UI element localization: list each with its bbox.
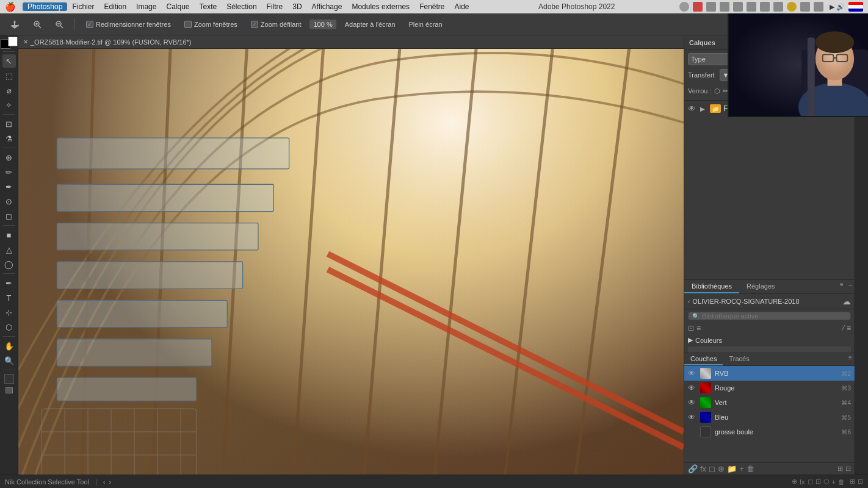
couche-item-bleu[interactable]: 👁 Bleu ⌘5 xyxy=(684,410,855,425)
canvas-container[interactable] xyxy=(18,49,684,475)
group-icon[interactable]: 📁 xyxy=(727,464,737,473)
zoom-percent-display[interactable]: 100 % xyxy=(309,20,336,29)
status-icon-3[interactable]: ◻ xyxy=(808,478,813,486)
zoom-in-btn[interactable] xyxy=(28,19,46,30)
history-tool[interactable]: ⊙ xyxy=(2,195,16,208)
color-chips[interactable] xyxy=(0,38,19,48)
status-nav-fwd[interactable]: › xyxy=(109,478,112,486)
path-tool[interactable]: ⊹ xyxy=(2,306,16,319)
tab-reglages[interactable]: Réglages xyxy=(739,280,782,293)
fx-icon[interactable]: fx xyxy=(700,464,706,473)
plein-ecran-btn[interactable]: Plein écran xyxy=(404,20,447,29)
lib-search-box[interactable]: 🔍 Bibliothèque active xyxy=(688,312,851,320)
screen-mode-1[interactable] xyxy=(5,387,13,393)
menu-filtre[interactable]: Filtre xyxy=(262,2,288,11)
document-tab[interactable]: ✕ _ORZ5818-Modifier-2.tif @ 109% (FUSION… xyxy=(18,35,684,49)
new-layer-mask-icon[interactable]: ◻ xyxy=(709,464,715,473)
lib-panel-menu[interactable]: ≡ xyxy=(837,280,846,289)
menu-icon-5[interactable] xyxy=(733,2,743,12)
menu-icon-3[interactable] xyxy=(706,2,716,12)
zoom-tool[interactable]: 🔍 xyxy=(2,354,16,367)
menu-affichage[interactable]: Affichage xyxy=(307,2,347,11)
menu-modules[interactable]: Modules externes xyxy=(347,2,414,11)
background-color[interactable] xyxy=(8,37,18,46)
blur-tool[interactable]: △ xyxy=(2,243,16,256)
menu-icon-9[interactable] xyxy=(787,2,797,12)
menu-image[interactable]: Image xyxy=(131,2,161,11)
eyedropper-tool[interactable]: ⚗ xyxy=(2,132,16,145)
grid-icon[interactable]: ⊡ xyxy=(845,465,851,473)
menu-icon-10[interactable] xyxy=(800,2,810,12)
lock-transparent-icon[interactable]: ⬡ xyxy=(714,87,720,95)
crop-tool[interactable]: ⊡ xyxy=(2,117,16,131)
heal-tool[interactable]: ⊕ xyxy=(2,151,16,164)
status-icon-1[interactable]: ⊕ xyxy=(792,478,797,486)
eraser-tool[interactable]: ◻ xyxy=(2,209,16,223)
couche-item-grosse-boule[interactable]: 👁 grosse boule ⌘6 xyxy=(684,425,855,439)
lib-panel-close[interactable]: – xyxy=(846,280,855,289)
new-layer-icon[interactable]: + xyxy=(739,464,744,473)
adapter-btn[interactable]: Adapter à l'écran xyxy=(340,20,400,29)
link-icon[interactable]: 🔗 xyxy=(688,464,698,473)
tab-couches[interactable]: Couches xyxy=(684,353,723,365)
lib-list-icon[interactable]: ≡ xyxy=(847,324,851,332)
couche-vis-rvb[interactable]: 👁 xyxy=(688,369,696,378)
selection-tool[interactable]: ⬚ xyxy=(2,69,16,82)
quick-mask[interactable] xyxy=(4,374,14,384)
zoom-out-btn[interactable] xyxy=(50,19,68,30)
couche-vis-rouge[interactable]: 👁 xyxy=(688,384,696,392)
layer-visibility-icon[interactable]: 👁 xyxy=(688,104,698,113)
close-tab-icon[interactable]: ✕ xyxy=(23,38,28,45)
couche-item-rouge[interactable]: 👁 Rouge ⌘3 xyxy=(684,381,855,395)
status-icon-9[interactable]: ⊡ xyxy=(858,478,863,486)
menu-icon-1[interactable] xyxy=(679,2,689,12)
couche-vis-vert[interactable]: 👁 xyxy=(688,398,696,407)
pen-tool[interactable]: ✒ xyxy=(2,276,16,290)
lib-filter-icon[interactable]: ⊡ xyxy=(688,324,694,332)
lib-chevron-left[interactable]: ‹ xyxy=(688,298,690,305)
brush-tool[interactable]: ✏ xyxy=(2,165,16,179)
tab-traces[interactable]: Tracés xyxy=(723,353,755,365)
expand-icon[interactable]: ⊞ xyxy=(837,465,843,473)
layer-expand-icon[interactable]: ▶ xyxy=(700,106,707,112)
menu-icon-6[interactable] xyxy=(747,2,756,12)
menu-icon-2[interactable] xyxy=(693,2,703,12)
lasso-tool[interactable]: ⌀ xyxy=(2,84,16,97)
shape-tool[interactable]: ⬡ xyxy=(2,320,16,334)
menu-icon-7[interactable] xyxy=(760,2,770,12)
lib-view-icon[interactable]: ∕ xyxy=(843,324,844,332)
couche-vis-bleu[interactable]: 👁 xyxy=(688,413,696,422)
status-icon-7[interactable]: 🗑 xyxy=(838,478,845,486)
type-tool[interactable]: T xyxy=(2,291,16,304)
menu-photoshop[interactable]: Photoshop xyxy=(23,2,67,11)
status-icon-6[interactable]: + xyxy=(832,478,836,486)
clone-tool[interactable]: ✒ xyxy=(2,180,16,193)
move-tool-icon[interactable] xyxy=(5,18,24,30)
couleurs-header[interactable]: ▶ Couleurs xyxy=(688,336,851,344)
menu-fichier[interactable]: Fichier xyxy=(67,2,99,11)
couche-item-rvb[interactable]: 👁 RVB ⌘2 xyxy=(684,366,855,381)
menu-3d[interactable]: 3D xyxy=(288,2,306,11)
menu-icon-11[interactable] xyxy=(814,2,823,12)
menu-calque[interactable]: Calque xyxy=(161,2,194,11)
apple-menu[interactable]: 🍎 xyxy=(5,2,15,12)
menu-icon-8[interactable] xyxy=(773,2,783,12)
status-nav-back[interactable]: ‹ xyxy=(103,478,106,486)
move-tool[interactable]: ↖ xyxy=(2,54,16,68)
zoom-fenetres-btn[interactable]: Zoom fenêtres xyxy=(179,20,242,29)
zoom-defilant-btn[interactable]: Zoom défilant xyxy=(246,20,306,29)
delete-layer-icon[interactable]: 🗑 xyxy=(747,464,754,473)
redimensionner-btn[interactable]: Redimensionner fenêtres xyxy=(81,20,176,29)
menu-selection[interactable]: Sélection xyxy=(222,2,261,11)
menu-fenetre[interactable]: Fenêtre xyxy=(414,2,449,11)
lib-cloud-icon[interactable]: ☁ xyxy=(842,296,851,306)
status-icon-8[interactable]: ⊞ xyxy=(850,478,855,486)
status-icon-5[interactable]: ⬡ xyxy=(823,478,830,486)
couches-panel-menu[interactable]: ≡ xyxy=(846,353,855,362)
menu-texte[interactable]: Texte xyxy=(195,2,222,11)
menu-edition[interactable]: Edition xyxy=(99,2,131,11)
status-icon-4[interactable]: ⊡ xyxy=(816,478,821,486)
status-icon-2[interactable]: fx xyxy=(800,478,805,486)
lib-sort-icon[interactable]: ≡ xyxy=(696,324,701,332)
magic-wand-tool[interactable]: ✧ xyxy=(2,98,16,112)
